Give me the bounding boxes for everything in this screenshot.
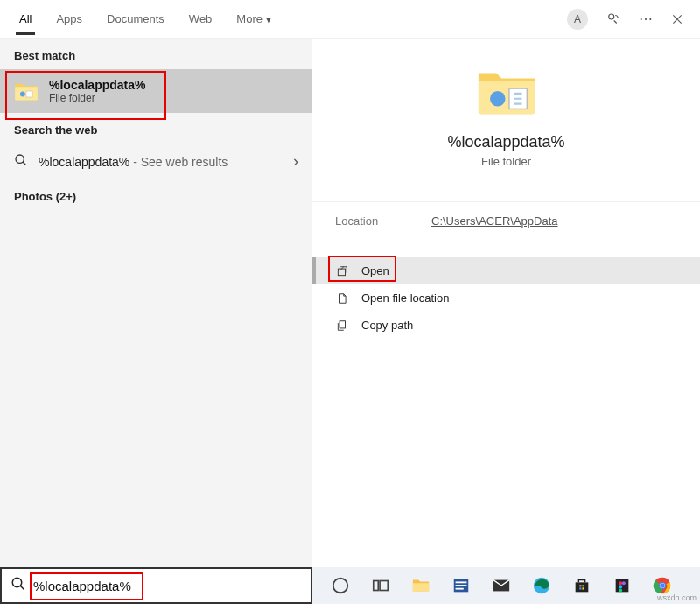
copy-icon — [335, 320, 349, 332]
svg-point-25 — [619, 588, 622, 592]
folder-icon — [14, 79, 38, 103]
search-icon — [10, 576, 26, 595]
tab-apps[interactable]: Apps — [44, 4, 94, 34]
search-input[interactable] — [33, 579, 302, 593]
svg-point-24 — [619, 585, 622, 588]
close-icon[interactable] — [670, 12, 684, 26]
action-copy-path-label: Copy path — [361, 319, 413, 332]
actions-list: Open Open file location Copy path — [312, 257, 700, 339]
svg-rect-10 — [374, 581, 379, 591]
action-open-label: Open — [361, 264, 389, 277]
cortana-icon[interactable] — [330, 575, 351, 596]
search-web-label: Search the web — [0, 113, 312, 144]
svg-point-29 — [660, 583, 665, 588]
edge-icon[interactable] — [531, 575, 552, 596]
tab-web[interactable]: Web — [177, 4, 225, 34]
web-result-term: %localappdata% — [38, 155, 130, 169]
svg-rect-2 — [26, 91, 32, 97]
preview-title: %localappdata% — [447, 133, 564, 151]
svg-rect-6 — [338, 269, 345, 276]
chevron-right-icon: › — [293, 152, 298, 171]
location-value[interactable]: C:\Users\ACER\AppData — [431, 214, 558, 228]
svg-point-23 — [622, 581, 626, 585]
search-icon — [14, 153, 28, 170]
results-panel: Best match %localappdata% File folder Se… — [0, 39, 312, 604]
tab-more[interactable]: More▼ — [224, 4, 285, 34]
taskbar — [312, 567, 700, 604]
svg-point-8 — [12, 578, 22, 587]
chevron-down-icon: ▼ — [264, 15, 273, 25]
preview-subtitle: File folder — [481, 155, 531, 168]
web-result-suffix: - See web results — [130, 155, 228, 169]
task-view-icon[interactable] — [370, 575, 391, 596]
svg-rect-7 — [340, 320, 345, 327]
filter-tabs: All Apps Documents Web More▼ — [7, 4, 285, 34]
store-icon[interactable] — [571, 575, 592, 596]
location-row: Location C:\Users\ACER\AppData — [312, 201, 700, 240]
svg-point-0 — [609, 14, 614, 19]
svg-point-9 — [333, 579, 348, 593]
file-location-icon — [335, 292, 349, 305]
location-label: Location — [335, 214, 431, 228]
action-open-location[interactable]: Open file location — [312, 284, 700, 312]
preview-panel: %localappdata% File folder Location C:\U… — [312, 39, 700, 604]
svg-rect-18 — [582, 585, 584, 586]
svg-rect-17 — [579, 585, 581, 586]
action-copy-path[interactable]: Copy path — [312, 312, 700, 339]
watermark: wsxdn.com — [657, 593, 696, 602]
file-explorer-icon[interactable] — [410, 575, 431, 596]
svg-rect-20 — [582, 587, 584, 589]
action-open-location-label: Open file location — [361, 291, 449, 305]
titlebar: All Apps Documents Web More▼ A ⋯ — [0, 0, 700, 39]
search-bar[interactable] — [0, 567, 312, 604]
svg-rect-19 — [579, 587, 581, 589]
best-match-label: Best match — [0, 39, 312, 69]
svg-point-3 — [16, 155, 24, 163]
svg-point-22 — [619, 581, 622, 585]
folder-icon — [476, 65, 537, 121]
best-match-subtitle: File folder — [49, 92, 145, 104]
avatar[interactable]: A — [567, 9, 588, 30]
tab-more-label: More — [236, 12, 262, 25]
web-result-item[interactable]: %localappdata% - See web results › — [0, 144, 312, 179]
tab-all[interactable]: All — [7, 4, 44, 34]
feedback-icon[interactable] — [606, 11, 621, 27]
best-match-title: %localappdata% — [49, 78, 145, 92]
best-match-item[interactable]: %localappdata% File folder — [0, 69, 312, 113]
more-icon[interactable]: ⋯ — [639, 11, 653, 27]
action-open[interactable]: Open — [312, 257, 700, 284]
open-icon — [335, 265, 349, 277]
web-result-text: %localappdata% - See web results — [38, 155, 228, 169]
taskbar-row — [0, 567, 700, 604]
svg-point-1 — [20, 92, 25, 97]
figma-icon[interactable] — [612, 575, 633, 596]
svg-rect-14 — [456, 585, 467, 586]
tab-documents[interactable]: Documents — [94, 4, 177, 34]
word-icon[interactable] — [451, 575, 472, 596]
svg-rect-15 — [456, 588, 464, 590]
svg-rect-13 — [456, 581, 467, 583]
svg-rect-11 — [380, 581, 388, 591]
photos-label: Photos (2+) — [0, 179, 312, 210]
svg-point-4 — [490, 91, 506, 107]
mail-icon[interactable] — [491, 575, 512, 596]
